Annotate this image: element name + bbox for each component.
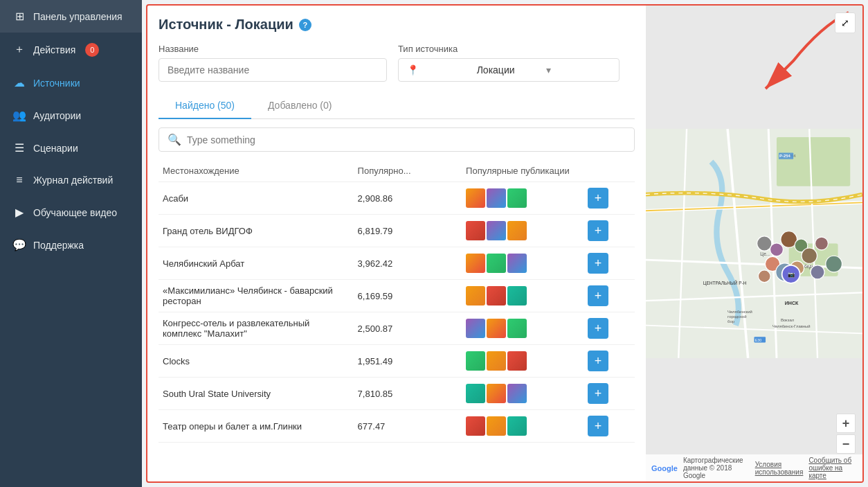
svg-text:Вокзал: Вокзал [781,318,795,322]
thumbnail [487,351,506,371]
tab-found[interactable]: Найдено (50) [159,93,251,119]
add-cell: + [584,345,635,378]
sidebar-item-tutorial[interactable]: ▶ Обучающее видео [0,196,142,229]
popularity-cell: 2,500.87 [354,312,462,345]
thumbnail [466,188,485,208]
zoom-in-button[interactable]: + [836,414,856,433]
popularity-cell: 1,951.49 [354,345,462,378]
svg-text:📷: 📷 [788,271,795,278]
popularity-cell: 677.47 [354,410,462,443]
sidebar-item-label: Панель управления [33,11,123,22]
add-location-button[interactable]: + [588,253,608,274]
table-row: «Максимилианс» Челябинск - баварский рес… [159,280,635,312]
table-row: Конгресс-отель и развлекательный комплек… [159,312,635,345]
tutorial-icon: ▶ [12,206,26,219]
add-location-button[interactable]: + [588,318,608,339]
popularity-cell: 3,962.42 [354,247,462,280]
main-content: Источник - Локации ? Название Тип источн… [142,0,868,487]
thumbnail [507,319,527,338]
thumbnail [487,254,506,273]
sidebar-item-audiences[interactable]: 👥 Аудитории [0,99,142,132]
add-location-button[interactable]: + [588,383,608,404]
table-row: Асаби2,908.86+ [159,182,635,215]
popularity-cell: 6,819.79 [354,215,462,247]
thumbnail [487,384,506,403]
popularity-cell: 6,169.59 [354,280,462,312]
svg-point-34 [826,256,842,272]
col-location: Местонахождение [159,160,354,182]
add-location-button[interactable]: + [588,416,608,436]
help-icon[interactable]: ? [299,19,311,31]
svg-text:Челябинск-Главный: Челябинск-Главный [772,324,811,328]
location-cell: «Максимилианс» Челябинск - баварский рес… [159,280,354,312]
tabs: Найдено (50) Добавлено (0) [159,93,635,119]
sidebar-item-label: Аудитории [33,110,81,121]
thumbnail [507,416,527,436]
sidebar-item-action-log[interactable]: ≡ Журнал действий [0,164,142,196]
source-type-group: Тип источника 📍 Локации ▾ [398,44,620,82]
thumbnail [507,351,527,371]
thumbnails-cell [462,378,584,410]
chevron-down-icon: ▾ [546,64,611,76]
thumbnail [507,286,527,306]
svg-text:Р-254: Р-254 [779,154,790,158]
svg-text:бор: бор [727,319,735,324]
add-location-button[interactable]: + [588,285,608,306]
search-input[interactable] [187,134,626,145]
svg-rect-1 [777,137,850,186]
thumbnail [507,188,527,208]
tab-added[interactable]: Добавлено (0) [251,93,349,119]
col-popular-posts: Популярные публикации [462,160,584,182]
sidebar-item-label: Источники [33,78,80,89]
actions-icon: ＋ [12,42,26,57]
add-cell: + [584,247,635,280]
location-cell: South Ural State University [159,378,354,410]
sidebar-item-scenarios[interactable]: ☰ Сценарии [0,132,142,164]
thumbnails-cell [462,410,584,443]
thumbnail [507,221,527,240]
source-type-select[interactable]: 📍 Локации ▾ [398,58,620,82]
add-location-button[interactable]: + [588,188,608,209]
actions-badge: 0 [85,43,99,57]
add-location-button[interactable]: + [588,351,608,371]
source-type-value: Локации [477,64,541,76]
svg-point-35 [758,270,770,283]
dashboard-icon: ⊞ [12,10,26,23]
map-zoom-controls: + − [836,414,856,454]
google-logo: Google [651,464,678,472]
popularity-cell: 7,810.85 [354,378,462,410]
sidebar-item-support[interactable]: 💬 Поддержка [0,229,142,261]
search-icon: 🔍 [168,133,181,146]
map-report[interactable]: Сообщить об ошибке на карте [808,457,857,479]
add-cell: + [584,410,635,443]
table-row: Театр оперы и балет а им.Глинки677.47+ [159,410,635,443]
thumbnail [466,254,485,273]
search-box: 🔍 [159,127,635,152]
location-cell: Асаби [159,182,354,215]
table-row: Челябинский Арбат3,962.42+ [159,247,635,280]
table-row: Clocks1,951.49+ [159,345,635,378]
table-row: South Ural State University7,810.85+ [159,378,635,410]
thumbnail [466,286,485,306]
popularity-cell: 2,908.86 [354,182,462,215]
content-area: Источник - Локации ? Название Тип источн… [146,4,864,483]
map-expand-button[interactable]: ⤢ [835,12,856,33]
sources-icon: ☁ [12,76,26,89]
add-location-button[interactable]: + [588,220,608,241]
name-input[interactable] [159,58,387,82]
col-popularity: Популярно... [354,160,462,182]
source-label: Тип источника [398,44,620,54]
col-action [584,160,635,182]
sidebar-item-actions[interactable]: ＋ Действия 0 [0,33,142,67]
thumbnails-cell [462,182,584,215]
thumbnail [507,254,527,273]
sidebar-item-sources[interactable]: ☁ Источники [0,67,142,99]
location-cell: Гранд отель ВИДГОФ [159,215,354,247]
thumbnail [487,319,506,338]
thumbnail [487,286,506,306]
sidebar-item-label: Поддержка [33,240,84,251]
zoom-out-button[interactable]: − [836,434,856,454]
map-terms[interactable]: Условия использования [755,461,804,476]
sidebar-item-dashboard[interactable]: ⊞ Панель управления [0,0,142,33]
thumbnail [507,384,527,403]
